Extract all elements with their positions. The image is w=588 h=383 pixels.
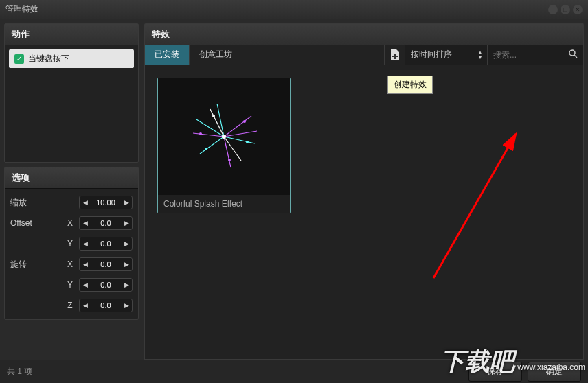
- minimize-icon[interactable]: ─: [548, 5, 558, 14]
- annotation-arrow-icon: [420, 127, 536, 285]
- tooltip: 创建特效: [387, 76, 433, 94]
- svg-point-0: [569, 50, 575, 56]
- offset-x-stepper[interactable]: ◀ 0.0 ▶: [79, 216, 133, 230]
- svg-point-14: [205, 148, 207, 150]
- svg-point-18: [199, 132, 202, 135]
- effect-thumbnail: [158, 78, 290, 195]
- search-input[interactable]: [493, 50, 578, 60]
- chevron-left-icon[interactable]: ◀: [80, 302, 91, 309]
- svg-line-3: [200, 137, 224, 154]
- chevron-right-icon[interactable]: ▶: [121, 199, 132, 206]
- options-panel: 选项 缩放 ◀ 10.00 ▶ Offset X ◀: [4, 167, 139, 320]
- options-title: 选项: [5, 167, 138, 189]
- rotate-x-stepper[interactable]: ◀ 0.0 ▶: [79, 257, 133, 271]
- rotate-label: 旋转: [10, 259, 61, 270]
- svg-line-1: [574, 55, 577, 58]
- tab-workshop[interactable]: 创意工坊: [190, 45, 242, 65]
- zoom-value: 10.00: [91, 198, 121, 207]
- chevron-left-icon[interactable]: ◀: [80, 220, 91, 227]
- sort-arrows-icon: ▲▼: [477, 50, 483, 60]
- effect-card[interactable]: Colorful Splash Effect: [157, 78, 291, 213]
- chevron-right-icon[interactable]: ▶: [121, 302, 132, 309]
- axis-y: Y: [65, 239, 75, 248]
- svg-line-10: [224, 131, 257, 137]
- ok-button[interactable]: 确定: [528, 362, 581, 382]
- actions-title: 动作: [5, 24, 138, 45]
- checkbox-icon[interactable]: ✓: [14, 54, 24, 64]
- titlebar: 管理特效 ─ □ ✕: [0, 0, 588, 19]
- effects-toolbar: 已安装 创意工坊 按时间排序 ▲▼: [144, 45, 584, 65]
- effects-title: 特效: [144, 23, 584, 45]
- sort-select[interactable]: 按时间排序 ▲▼: [405, 45, 487, 65]
- effect-name: Colorful Splash Effect: [158, 195, 290, 213]
- chevron-right-icon[interactable]: ▶: [121, 220, 132, 227]
- axis-x: X: [65, 259, 75, 269]
- svg-point-15: [228, 159, 231, 161]
- zoom-stepper[interactable]: ◀ 10.00 ▶: [79, 196, 133, 209]
- svg-point-17: [246, 141, 249, 143]
- axis-y: Y: [65, 280, 75, 290]
- svg-line-19: [433, 134, 516, 278]
- actions-panel: 动作 ✓ 当键盘按下: [4, 23, 139, 163]
- chevron-right-icon[interactable]: ▶: [121, 240, 132, 247]
- chevron-left-icon[interactable]: ◀: [80, 240, 91, 247]
- svg-point-13: [243, 120, 246, 123]
- offset-y-stepper[interactable]: ◀ 0.0 ▶: [79, 237, 133, 251]
- svg-line-9: [217, 104, 224, 137]
- chevron-right-icon[interactable]: ▶: [121, 281, 132, 288]
- zoom-label: 缩放: [10, 197, 75, 209]
- save-button[interactable]: 保存: [468, 362, 522, 382]
- axis-x: X: [65, 218, 75, 228]
- chevron-left-icon[interactable]: ◀: [80, 261, 91, 268]
- svg-point-16: [212, 115, 215, 117]
- chevron-left-icon[interactable]: ◀: [80, 199, 91, 206]
- action-item[interactable]: ✓ 当键盘按下: [9, 49, 134, 68]
- window-title: 管理特效: [5, 3, 38, 15]
- sort-label: 按时间排序: [411, 49, 452, 60]
- svg-point-12: [222, 135, 226, 139]
- offset-label: Offset: [10, 218, 61, 228]
- action-item-label: 当键盘按下: [28, 53, 69, 65]
- close-icon[interactable]: ✕: [573, 5, 583, 14]
- document-plus-icon: [390, 49, 400, 60]
- effects-grid: Colorful Splash Effect: [144, 65, 584, 360]
- rotate-y-stepper[interactable]: ◀ 0.0 ▶: [79, 278, 133, 292]
- item-count: 共 1 项: [7, 366, 463, 378]
- new-effect-button[interactable]: [384, 45, 405, 65]
- svg-line-2: [224, 116, 251, 137]
- tab-installed[interactable]: 已安装: [145, 45, 190, 65]
- footer: 共 1 项 保存 确定: [0, 360, 588, 383]
- search-icon[interactable]: [568, 49, 578, 60]
- chevron-right-icon[interactable]: ▶: [121, 261, 132, 268]
- chevron-left-icon[interactable]: ◀: [80, 281, 91, 288]
- maximize-icon[interactable]: □: [561, 5, 570, 14]
- axis-z: Z: [65, 301, 75, 310]
- rotate-z-stepper[interactable]: ◀ 0.0 ▶: [79, 299, 133, 312]
